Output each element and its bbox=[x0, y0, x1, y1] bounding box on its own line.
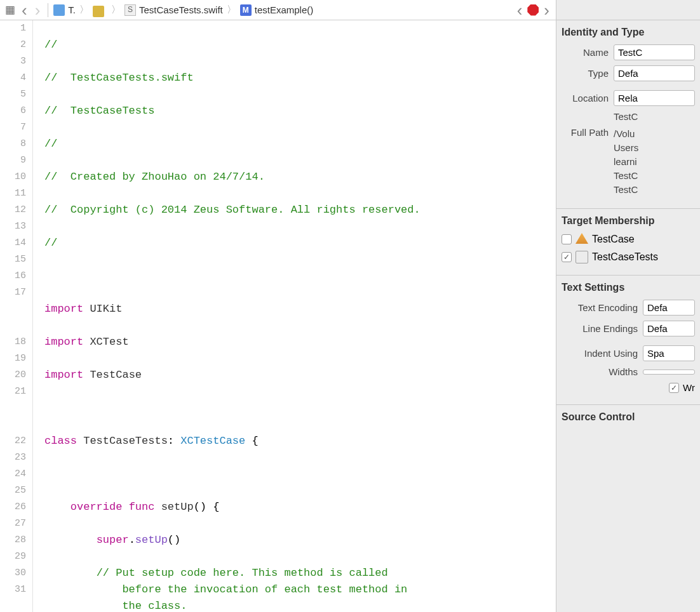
test-bundle-icon bbox=[575, 251, 588, 263]
swift-file-icon bbox=[125, 4, 136, 16]
error-stop-icon[interactable] bbox=[527, 4, 539, 16]
line-endings-select[interactable]: Defa bbox=[643, 321, 695, 336]
nav-project[interactable]: T. bbox=[68, 4, 76, 15]
wrap-checkbox[interactable] bbox=[669, 383, 679, 393]
code-area[interactable]: // // TestCaseTests.swift // TestCaseTes… bbox=[33, 20, 556, 612]
jump-bar[interactable]: ▦ ‹ › T. 〉 〉 TestCaseTests.swift 〉 M tes… bbox=[0, 0, 556, 20]
nav-file[interactable]: TestCaseTests.swift bbox=[139, 4, 223, 15]
text-settings-heading: Text Settings bbox=[562, 282, 695, 293]
identity-heading: Identity and Type bbox=[562, 27, 695, 38]
nav-method[interactable]: testExample() bbox=[255, 4, 314, 15]
target-membership-heading: Target Membership bbox=[562, 215, 695, 227]
checkbox-checked-icon[interactable] bbox=[562, 252, 572, 262]
target-testcase[interactable]: TestCase bbox=[562, 233, 695, 246]
checkbox-icon[interactable] bbox=[562, 234, 572, 244]
project-icon bbox=[53, 4, 65, 16]
encoding-select[interactable]: Defa bbox=[643, 300, 695, 316]
source-control-heading: Source Control bbox=[562, 411, 695, 423]
inspector-panel: Identity and Type Name TestC Type Defa L… bbox=[556, 0, 700, 612]
method-icon: M bbox=[240, 4, 252, 16]
folder-icon bbox=[93, 6, 104, 17]
gutter[interactable]: 123 456 789 101112 131415 1617 181920 21… bbox=[0, 20, 33, 612]
related-items-icon[interactable]: ▦ bbox=[4, 4, 17, 17]
prev-issue[interactable]: ‹ bbox=[515, 2, 525, 18]
nav-back[interactable]: ‹ bbox=[19, 2, 30, 18]
nav-forward: › bbox=[32, 2, 43, 18]
app-icon bbox=[575, 233, 588, 246]
source-editor[interactable]: 123 456 789 101112 131415 1617 181920 21… bbox=[0, 20, 556, 612]
chevron-right-icon: 〉 bbox=[79, 4, 89, 16]
next-issue[interactable]: › bbox=[541, 2, 552, 18]
widths-field[interactable] bbox=[643, 369, 695, 375]
indent-select[interactable]: Spa bbox=[643, 345, 695, 361]
type-select[interactable]: Defa bbox=[614, 65, 695, 81]
chevron-right-icon: 〉 bbox=[111, 4, 121, 16]
chevron-right-icon: 〉 bbox=[227, 4, 236, 16]
target-testcasetests[interactable]: TestCaseTests bbox=[562, 251, 695, 263]
full-path: /Volu Users learni TestC TestC bbox=[614, 127, 638, 197]
location-select[interactable]: Rela bbox=[614, 90, 695, 106]
inspector-tabs[interactable] bbox=[556, 0, 700, 20]
name-field[interactable]: TestC bbox=[614, 44, 695, 60]
